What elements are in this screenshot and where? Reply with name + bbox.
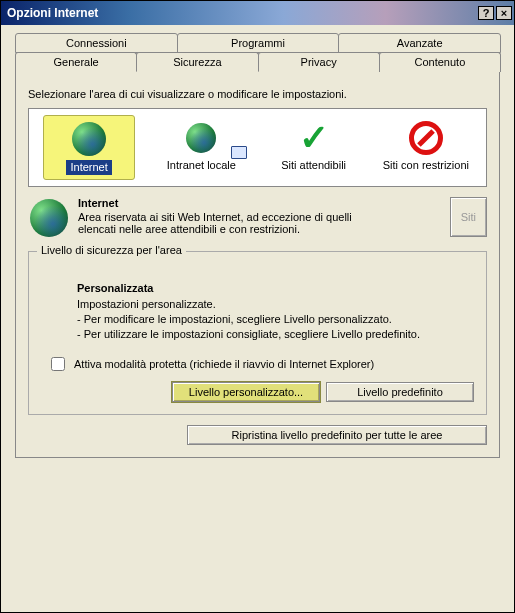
titlebar: Opzioni Internet ? × <box>1 1 514 25</box>
tab-sicurezza[interactable]: Sicurezza <box>136 52 258 72</box>
tab-panel: Selezionare l'area di cui visualizzare o… <box>15 71 500 458</box>
zone-label: Siti con restrizioni <box>383 159 469 171</box>
tab-connessioni[interactable]: Connessioni <box>15 33 178 53</box>
zone-instruction: Selezionare l'area di cui visualizzare o… <box>28 88 487 100</box>
reset-all-button[interactable]: Ripristina livello predefinito per tutte… <box>187 425 487 445</box>
help-icon[interactable]: ? <box>478 6 494 20</box>
security-level-body: Personalizzata Impostazioni personalizza… <box>77 282 472 342</box>
zone-trusted[interactable]: ✓ Siti attendibili <box>268 115 360 176</box>
default-level-button[interactable]: Livello predefinito <box>326 382 474 402</box>
security-level-heading: Personalizzata <box>77 282 472 294</box>
security-level-group: Livello di sicurezza per l'area Personal… <box>28 251 487 415</box>
security-level-legend: Livello di sicurezza per l'area <box>37 244 186 256</box>
window: Opzioni Internet ? × Connessioni Program… <box>0 0 515 613</box>
tab-generale[interactable]: Generale <box>15 52 137 72</box>
zone-desc-heading: Internet <box>78 197 361 209</box>
check-icon: ✓ <box>270 119 358 157</box>
tabs-row-back: Connessioni Programmi Avanzate <box>15 33 500 53</box>
reset-row: Ripristina livello predefinito per tutte… <box>28 425 487 445</box>
tabs-row-front: Generale Sicurezza Privacy Contenuto <box>15 52 500 72</box>
zone-restricted[interactable]: Siti con restrizioni <box>380 115 472 176</box>
custom-level-button[interactable]: Livello personalizzato... <box>172 382 320 402</box>
tab-privacy[interactable]: Privacy <box>258 52 380 72</box>
close-icon[interactable]: × <box>496 6 512 20</box>
window-title: Opzioni Internet <box>7 6 476 20</box>
zone-intranet[interactable]: Intranet locale <box>155 115 247 176</box>
zone-description: Internet Area riservata ai siti Web Inte… <box>78 197 361 237</box>
dialog-body: Connessioni Programmi Avanzate Generale … <box>1 25 514 472</box>
protected-mode-row[interactable]: Attiva modalità protetta (richiede il ri… <box>47 354 474 374</box>
zone-description-row: Internet Area riservata ai siti Web Inte… <box>28 197 487 237</box>
zone-label: Siti attendibili <box>281 159 346 171</box>
zone-desc-text: Area riservata ai siti Web Internet, ad … <box>78 211 361 235</box>
sites-button[interactable]: Siti <box>450 197 487 237</box>
tab-programmi[interactable]: Programmi <box>177 33 340 53</box>
zone-label: Intranet locale <box>167 159 236 171</box>
protected-mode-checkbox[interactable] <box>51 357 65 371</box>
zone-internet[interactable]: Internet <box>43 115 135 180</box>
tab-contenuto[interactable]: Contenuto <box>379 52 501 72</box>
tab-avanzate[interactable]: Avanzate <box>338 33 501 53</box>
zone-label: Internet <box>66 160 111 175</box>
security-level-line: - Per utilizzare le impostazioni consigl… <box>77 327 472 342</box>
protected-mode-label: Attiva modalità protetta (richiede il ri… <box>74 358 374 370</box>
security-level-line: - Per modificare le impostazioni, scegli… <box>77 312 472 327</box>
globe-icon <box>28 197 70 237</box>
security-level-line: Impostazioni personalizzate. <box>77 297 472 312</box>
security-buttons-row: Livello personalizzato... Livello predef… <box>41 382 474 402</box>
restricted-icon <box>382 119 470 157</box>
zones-list: Internet Intranet locale ✓ Siti attendib… <box>28 108 487 187</box>
globe-icon <box>46 120 132 158</box>
intranet-icon <box>157 119 245 157</box>
